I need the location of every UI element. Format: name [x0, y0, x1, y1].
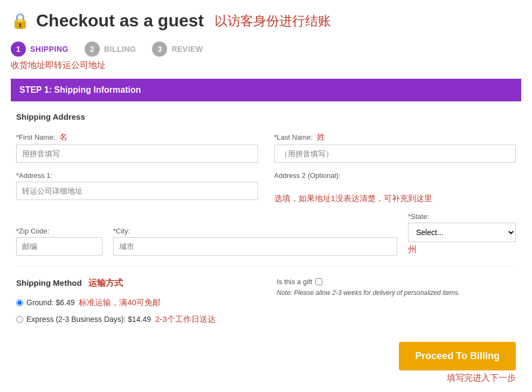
step-2-circle: 2 [85, 42, 100, 57]
last-name-group: *Last Name: 姓 [274, 132, 516, 163]
divider [16, 266, 516, 267]
city-group: *City: [113, 227, 397, 256]
ground-radio[interactable] [16, 299, 23, 306]
shipping-options: Shipping Method 运输方式 Ground: $6.49 标准运输，… [16, 278, 255, 331]
zip-label: *Zip Code: [16, 227, 102, 235]
step-2-label: BILLING [104, 45, 136, 53]
city-label: *City: [113, 227, 397, 235]
gift-row: Is this a gift [277, 278, 516, 286]
proceed-to-billing-button[interactable]: Proceed To Billing [399, 342, 516, 370]
city-input[interactable] [113, 237, 397, 256]
express-radio[interactable] [16, 316, 23, 323]
state-select[interactable]: Select... ALAKAZAR CACOCTDE FLGAHIID ILI… [408, 223, 516, 242]
step-2: 2 BILLING [85, 42, 136, 57]
ground-option: Ground: $6.49 标准运输，满40可免邮 [16, 298, 255, 308]
first-name-input[interactable] [16, 145, 258, 163]
shipping-method-section: Shipping Method 运输方式 Ground: $6.49 标准运输，… [16, 278, 516, 331]
proceed-cn-hint: 填写完进入下一步 [447, 373, 516, 384]
gift-label: Is this a gift [277, 278, 313, 286]
name-row: *First Name: 名 *Last Name: 姓 [16, 132, 516, 163]
state-cn-hint: 州 [408, 244, 516, 256]
shipping-method-title: Shipping Method 运输方式 [16, 278, 255, 289]
gift-checkbox[interactable] [315, 278, 322, 285]
step-3-label: REVIEW [171, 45, 203, 53]
last-name-label: *Last Name: 姓 [274, 132, 516, 142]
address2-cn-note: 选填，如果地址1没表达清楚，可补充到这里 [274, 182, 516, 204]
address1-group: *Address 1: [16, 171, 258, 200]
ground-label[interactable]: Ground: $6.49 标准运输，满40可免邮 [26, 298, 161, 308]
lock-icon: 🔒 [11, 12, 30, 30]
gift-note: Note: Please allow 2-3 weeks for deliver… [277, 289, 516, 297]
page-title-en: Checkout as a guest [36, 11, 204, 31]
step-subtitle-cn: 收货地址即转运公司地址 [11, 60, 521, 71]
steps-row: 1 SHIPPING 2 BILLING 3 REVIEW [11, 42, 521, 57]
state-group: *State: Select... ALAKAZAR CACOCTDE FLGA… [408, 212, 516, 256]
page-title-cn: 以访客身份进行结账 [215, 12, 331, 30]
address2-label: Address 2 (Optional): [274, 171, 516, 180]
zip-group: *Zip Code: [16, 227, 102, 256]
zip-city-state-row: *Zip Code: *City: *State: Select... ALAK… [16, 212, 516, 256]
first-name-group: *First Name: 名 [16, 132, 258, 163]
state-label: *State: [408, 212, 516, 221]
step-1-label: SHIPPING [30, 45, 68, 53]
address1-label: *Address 1: [16, 171, 258, 180]
form-section-title: Shipping Address [16, 112, 516, 121]
express-label[interactable]: Express (2-3 Business Days): $14.49 2-3个… [26, 314, 216, 325]
step-3-circle: 3 [152, 42, 167, 57]
step-1-circle: 1 [11, 42, 26, 57]
step-1: 1 SHIPPING [11, 42, 68, 57]
last-name-input[interactable] [274, 145, 516, 163]
zip-input[interactable] [16, 237, 102, 256]
form-section: Shipping Address *First Name: 名 *Last Na… [11, 112, 521, 384]
address-row: *Address 1: Address 2 (Optional): 选填，如果地… [16, 171, 516, 204]
step-3: 3 REVIEW [152, 42, 203, 57]
gift-section: Is this a gift Note: Please allow 2-3 we… [277, 278, 516, 297]
proceed-wrapper: Proceed To Billing 填写完进入下一步 [399, 342, 516, 384]
section-header: STEP 1: Shipping Information [11, 79, 521, 101]
address2-group: Address 2 (Optional): 选填，如果地址1没表达清楚，可补充到… [274, 171, 516, 204]
first-name-label: *First Name: 名 [16, 132, 258, 142]
page-container: 🔒 Checkout as a guest 以访客身份进行结账 1 SHIPPI… [0, 0, 532, 392]
address1-input[interactable] [16, 182, 258, 200]
bottom-row: Proceed To Billing 填写完进入下一步 [16, 342, 516, 384]
express-option: Express (2-3 Business Days): $14.49 2-3个… [16, 314, 255, 325]
page-header: 🔒 Checkout as a guest 以访客身份进行结账 [11, 11, 521, 31]
